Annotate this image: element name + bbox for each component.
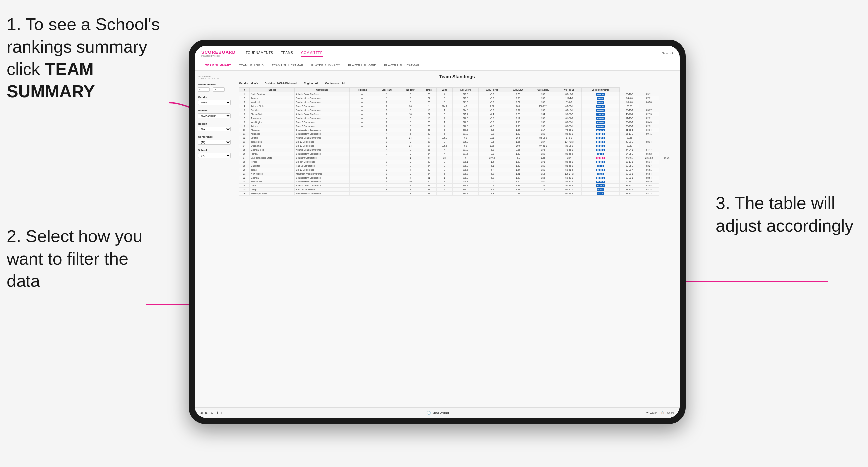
table-row: 12VirginiaAtlantic Coast Conference—8241… (240, 136, 675, 140)
min-rank-from-input[interactable] (198, 88, 210, 92)
school-label: School (198, 149, 231, 152)
instruction-3: 3. The table will adjust accordingly (716, 192, 861, 237)
header-row: # School Conference Reg Rank Conf Rank N… (240, 88, 675, 92)
arrow-3 (669, 265, 835, 298)
table-row: 25OregonPac-12 Conference—87212279.5-3.1… (240, 188, 675, 192)
instruction-2-text: 2. Select how you want to filter the dat… (7, 226, 143, 290)
table-row: 19CaliforniaPac-12 Conference—48242278.2… (240, 164, 675, 168)
sub-nav-player-h2h-grid[interactable]: PLAYER H2H GRID (344, 61, 380, 70)
region-label: Region (198, 122, 231, 125)
min-rank-label: Minimum Rou... (198, 83, 231, 86)
nav-teams[interactable]: TEAMS (281, 50, 293, 57)
sub-nav-player-summary[interactable]: PLAYER SUMMARY (307, 61, 344, 70)
table-row: 7TennesseeSoutheastern Conference—461822… (240, 116, 675, 120)
toolbar-back-btn[interactable]: ◀ (200, 411, 203, 415)
toolbar-bookmark-btn[interactable]: □ (221, 411, 223, 415)
table-row: 1North CarolinaAtlantic Coast Conference… (240, 92, 675, 96)
conference-select[interactable]: (All) (198, 140, 231, 145)
col-conference: Conference (295, 88, 350, 92)
bottom-toolbar: ◀ ▶ ↻ ⬆ □ ⋯ 🕐 View: Original 👁 Watch 📋 S… (195, 407, 680, 418)
table-row: 8WashingtonPac-12 Conference—28231276.3-… (240, 120, 675, 124)
min-rank-to-input[interactable] (213, 88, 224, 92)
tablet-device: SCOREBOARD Powered by clippi TOURNAMENTS… (189, 40, 685, 424)
table-division-filter: Division: NCAA Division I (265, 82, 297, 85)
table-row: 22GeorgiaSoutheastern Conference—8721127… (240, 176, 675, 180)
app-header: SCOREBOARD Powered by clippi TOURNAMENTS… (195, 46, 680, 61)
toolbar-refresh-btn[interactable]: ↻ (211, 411, 213, 415)
sub-nav-team-h2h-heatmap[interactable]: TEAM H2H HEATMAP (268, 61, 307, 70)
toolbar-clock-icon: 🕐 (427, 411, 431, 415)
table-row: 4Arizona StatePac-12 Conference—2261274.… (240, 104, 675, 108)
sub-nav-player-h2h-heatmap[interactable]: PLAYER H2H HEATMAP (380, 61, 423, 70)
table-row: 10AlabamaSoutheastern Conference—5623327… (240, 128, 675, 132)
min-rank-filter: Minimum Rou... – (198, 83, 231, 92)
sub-nav-team-summary[interactable]: TEAM SUMMARY (202, 61, 235, 70)
col-vs-top25: Vs Top 25 (557, 88, 581, 92)
standings-table: # School Conference Reg Rank Conf Rank N… (239, 88, 675, 196)
toolbar-forward-btn[interactable]: ▶ (205, 411, 208, 415)
division-filter: Division NCAA Division I (198, 109, 231, 118)
school-select[interactable]: (All) (198, 153, 231, 158)
toolbar-right: 👁 Watch 📋 Share (646, 411, 674, 414)
main-content: Update time: 27/03/2024 16:56:26 Minimum… (195, 70, 680, 407)
col-adj-score: Adj. Score (453, 88, 478, 92)
school-filter: School (All) (198, 149, 231, 158)
toolbar-more-btn[interactable]: ⋯ (226, 411, 229, 415)
table-row: 23Texas A&MSoutheastern Conference—91030… (240, 180, 675, 184)
header-left: SCOREBOARD Powered by clippi TOURNAMENTS… (202, 50, 322, 57)
logo-sub: Powered by clippi (202, 55, 220, 57)
col-school: School (249, 88, 294, 92)
col-vs-top50: Vs Top 50 Points (582, 88, 620, 92)
view-original-btn[interactable]: View: Original (433, 411, 449, 414)
conference-label: Conference (198, 135, 231, 138)
table-row: 14OklahomaBig 12 Conference—2242276.5-5.… (240, 144, 675, 148)
table-row: 17East Tennessee StateSouthern Conferenc… (240, 156, 675, 160)
toolbar-center: 🕐 View: Original (427, 411, 449, 415)
table-row: 21New MexicoMountain West Conference—192… (240, 172, 675, 176)
toolbar-share-icon[interactable]: ⬆ (216, 411, 219, 415)
table-title: Team Standings (239, 74, 675, 79)
nav-committee[interactable]: COMMITTEE (301, 50, 322, 57)
table-gender-filter: Gender: Men's (239, 82, 258, 85)
division-select[interactable]: NCAA Division I (198, 113, 231, 118)
logo-container: SCOREBOARD Powered by clippi (202, 50, 236, 57)
sub-nav-team-h2h-grid[interactable]: TEAM H2H GRID (235, 61, 268, 70)
col-avg-low: Avg. Low (506, 88, 530, 92)
gender-select[interactable]: Men's (198, 100, 231, 105)
instruction-3-text: 3. The table will adjust accordingly (716, 193, 854, 235)
table-header: # School Conference Reg Rank Conf Rank N… (240, 88, 675, 92)
sign-out-button[interactable]: Sign out (662, 52, 673, 55)
table-row: 20TexasBig 12 Conference—37228278.60.71.… (240, 168, 675, 172)
table-row: 5Ole MissSoutheastern Conference—3618127… (240, 108, 675, 112)
min-rank-range: – (198, 88, 231, 92)
conference-filter: Conference (All) (198, 135, 231, 145)
table-filters-row: Gender: Men's Division: NCAA Division I … (239, 82, 675, 85)
nav-items: TOURNAMENTS TEAMS COMMITTEE (246, 50, 322, 57)
gender-label: Gender (198, 96, 231, 99)
filters-panel: Update time: 27/03/2024 16:56:26 Minimum… (195, 70, 235, 407)
division-label: Division (198, 109, 231, 112)
tablet-screen: SCOREBOARD Powered by clippi TOURNAMENTS… (195, 46, 680, 418)
update-time: Update time: 27/03/2024 16:56:26 (198, 75, 231, 80)
table-row: 15Georgia TechAtlantic Coast Conference—… (240, 148, 675, 152)
col-rnds: Rnds (421, 88, 437, 92)
region-select[interactable]: N/A (198, 126, 231, 131)
watch-btn[interactable]: 👁 Watch (646, 411, 657, 414)
share-btn[interactable]: Share (667, 411, 674, 414)
table-row: 24DukeAtlantic Coast Conference—59271279… (240, 184, 675, 188)
table-row: 26Mississippi StateSoutheastern Conferen… (240, 192, 675, 196)
table-body: 1North CarolinaAtlantic Coast Conference… (240, 92, 675, 196)
col-wins: Wins (437, 88, 453, 92)
table-area: Team Standings Gender: Men's Division: N… (235, 70, 680, 407)
table-row: 13Texas TechBig 12 Conference—19272276.0… (240, 140, 675, 144)
col-no-tour: No Tour (400, 88, 421, 92)
col-reg-rank: Reg Rank (349, 88, 374, 92)
table-row: 9ArizonaPac-12 Conference—28234276.9-4.6… (240, 124, 675, 128)
nav-tournaments[interactable]: TOURNAMENTS (246, 50, 273, 57)
table-row: 18IllinoisBig Ten Conference—19233278.1-… (240, 160, 675, 164)
gender-filter: Gender Men's (198, 96, 231, 105)
table-row: 16FloridaSoutheastern Conference—7924427… (240, 152, 675, 156)
sub-nav: TEAM SUMMARY TEAM H2H GRID TEAM H2H HEAT… (195, 61, 680, 70)
clipboard-btn[interactable]: 📋 (661, 411, 664, 414)
region-filter: Region N/A (198, 122, 231, 131)
